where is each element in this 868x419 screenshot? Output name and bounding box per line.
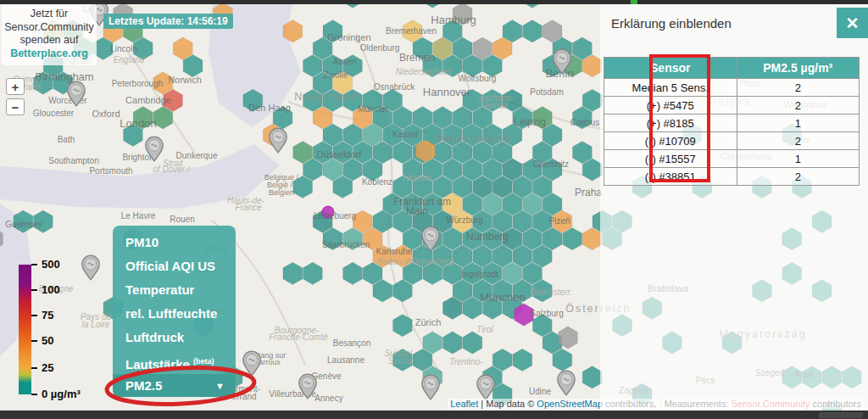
legend-tick-label: 25 — [42, 361, 53, 374]
donation-text-line2: Sensor.Community — [2, 21, 97, 35]
map-label: Würzburg — [446, 215, 482, 225]
osm-link[interactable]: OpenStreetMap — [537, 399, 603, 409]
top-bar — [0, 0, 868, 4]
map-label-country: Deutschland — [434, 133, 512, 145]
map-label: Gloucester — [33, 109, 75, 118]
map-label: München — [480, 291, 525, 304]
map-label: Oldenburg — [360, 43, 400, 53]
layer-menu: PM10Official AQI USTemperaturrel. Luftfe… — [113, 226, 236, 397]
map-label-region: of Dover / — [153, 165, 191, 174]
attribution-text: | Map data © — [478, 399, 537, 409]
map-label: Wolfsburg — [459, 74, 497, 83]
legend-tick-mark — [31, 394, 37, 395]
map-label-region: Hessen — [403, 173, 431, 182]
layer-menu-item-rel-luftfeuchte[interactable]: rel. Luftfeuchte — [113, 302, 236, 326]
map-label: Hannover — [423, 86, 471, 98]
leaflet-link[interactable]: Leaflet — [450, 399, 478, 409]
map-label: London — [120, 117, 156, 130]
map-label: Zwolle — [324, 70, 348, 80]
map-label: Oxford — [92, 109, 120, 119]
map-pin[interactable] — [243, 351, 260, 376]
map-label: Groningen — [327, 32, 370, 42]
close-button[interactable]: ✕ — [837, 8, 868, 38]
table-row: (-) #107092 — [604, 132, 860, 150]
layer-menu-item-label: Lautstärke — [125, 357, 190, 372]
map-label-region: England — [114, 55, 145, 64]
map-label: Osnabrück — [374, 82, 415, 92]
map-label-region: Niedersachsen — [396, 67, 453, 76]
map-label: Bremerhaven — [386, 26, 437, 36]
map-label: Main — [406, 205, 428, 217]
beta-badge: (beta) — [193, 357, 214, 366]
panel-title-toggle[interactable]: Erklärung einblenden — [611, 16, 732, 31]
layer-menu-item-official-aqi-us[interactable]: Official AQI US — [113, 254, 236, 278]
legend-tick-mark — [31, 264, 37, 265]
map-label: Koblenz — [362, 177, 392, 187]
map-pin[interactable] — [558, 371, 575, 395]
donation-text-line3: spenden auf — [2, 34, 97, 47]
pm25-value-cell: 2 — [737, 132, 859, 150]
map-label: Peterborough — [112, 79, 164, 88]
map-label: Den Haag — [248, 103, 291, 113]
sensor-table: Sensor PM2.5 µg/m³ Median 5 Sens.2(+) #5… — [604, 57, 860, 186]
map-label: Le Havre — [121, 211, 156, 221]
chevron-down-icon: ▼ — [215, 381, 225, 391]
betterplace-link[interactable]: Betterplace.org — [2, 47, 97, 61]
map-label: Kassel — [392, 130, 418, 139]
zoom-out-button[interactable]: − — [6, 98, 25, 115]
map-pin[interactable] — [477, 375, 494, 399]
map-pin[interactable] — [270, 128, 287, 153]
last-update-banner: Letztes Update: 14:56:19 — [103, 14, 233, 29]
map-label: Salzburg — [530, 309, 563, 318]
map-label: Rouen — [170, 215, 194, 224]
map-label: Birmingham — [35, 70, 93, 83]
pm25-value-cell: 1 — [737, 150, 859, 168]
map-label: Plzeň — [548, 216, 570, 226]
pm25-value-cell: 2 — [737, 168, 859, 186]
map-pin[interactable] — [422, 375, 439, 399]
sensor-table-header-row: Sensor PM2.5 µg/m³ — [604, 58, 860, 79]
layer-menu-item-temperatur[interactable]: Temperatur — [113, 278, 236, 302]
map-label: Münster — [358, 104, 389, 114]
map-label-region: Oberösterr. — [530, 288, 572, 297]
zoom-in-button[interactable]: + — [6, 78, 25, 95]
map-label: Norwich — [168, 75, 202, 85]
map-label-region: Franche-Comté — [269, 332, 328, 342]
table-row: Median 5 Sens.2 — [604, 79, 860, 97]
color-scale-legend: 5001007550250 µg/m³ — [19, 265, 120, 405]
map-label: Udine — [529, 387, 552, 396]
top-bar-notch — [631, 0, 637, 4]
pm25-value-cell: 2 — [737, 97, 859, 115]
map-label: Karlsruhe — [376, 247, 413, 256]
map-zoom-control: + − — [6, 78, 25, 115]
map-label: Guernsey — [5, 220, 42, 229]
bottom-bar-widget — [819, 412, 863, 418]
map-label: Ingolstadt — [461, 270, 498, 279]
map-label: Hamburg — [431, 14, 476, 26]
map-label-country: Nederland — [294, 91, 359, 103]
selected-layer-label: PM2.5 — [125, 378, 162, 393]
map-label: Bremen — [399, 52, 435, 64]
map-label-region: France — [235, 203, 262, 212]
map-label: Lausanne — [327, 355, 364, 365]
layer-select-pm25[interactable]: PM2.5 ▼ — [113, 374, 236, 397]
pm25-value-cell: 2 — [737, 79, 859, 97]
legend-tick-mark — [31, 340, 37, 342]
map-label: Assen — [333, 57, 357, 66]
map-label-region: Tirol — [476, 325, 493, 334]
layer-menu-item-lautstaerke[interactable]: Lautstärke (beta) — [113, 349, 236, 373]
legend-tick-label: 50 — [42, 334, 53, 347]
map-label: Annecy — [314, 394, 342, 403]
map-label: Bath — [58, 135, 75, 144]
sensor-community-map-app: HamburgBremenHannoverBerlinLeipzigMünche… — [0, 0, 868, 419]
bottom-bar — [0, 411, 868, 419]
table-row: (+) #54752 — [604, 97, 860, 115]
map-label: Cambridge — [125, 95, 171, 105]
layer-menu-item-luftdruck[interactable]: Luftdruck — [113, 326, 236, 349]
layer-menu-item-pm10[interactable]: PM10 — [113, 231, 236, 254]
donation-box: Jetzt für Sensor.Community spenden auf B… — [2, 4, 97, 65]
map-label: Praha — [575, 187, 602, 198]
map-label: Zürich — [415, 317, 442, 327]
table-row: (+) #81851 — [604, 115, 860, 132]
map-label: Cottbus — [570, 118, 599, 127]
